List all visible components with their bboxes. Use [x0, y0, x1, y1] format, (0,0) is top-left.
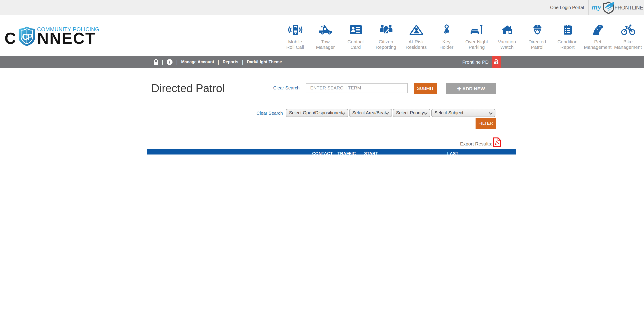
- svg-text:P: P: [27, 32, 33, 41]
- svg-text:i: i: [169, 60, 170, 64]
